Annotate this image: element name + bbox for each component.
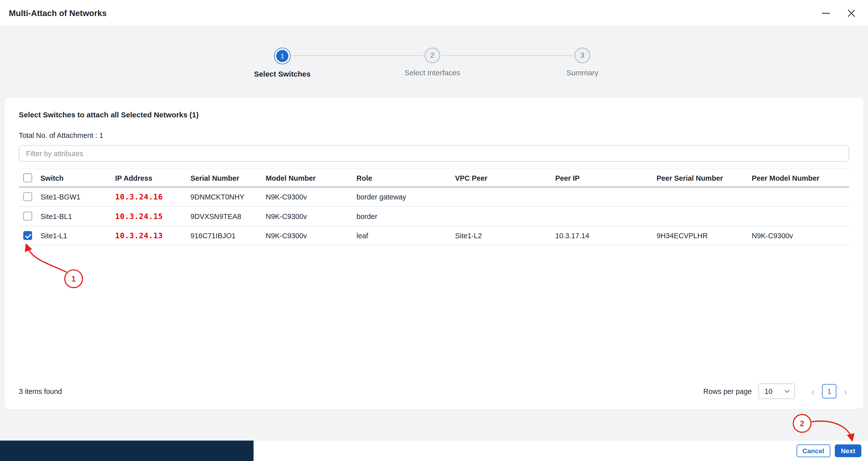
step-select-switches: 1 Select Switches — [227, 48, 338, 78]
annotation-circle-1: 1 — [64, 269, 83, 288]
total-attachment-label: Total No. of Attachment : 1 — [19, 132, 849, 140]
close-icon[interactable] — [846, 7, 857, 19]
select-all-checkbox[interactable] — [23, 173, 32, 182]
page-title: Multi-Attach of Networks — [9, 8, 106, 18]
cell-switch: Site1-BGW1 — [40, 193, 115, 201]
multi-attach-modal: Multi-Attach of Networks 1 Select Switch… — [0, 0, 868, 461]
cell-role: border gateway — [356, 193, 455, 201]
col-serial[interactable]: Serial Number — [190, 174, 266, 182]
cancel-button[interactable]: Cancel — [797, 444, 831, 457]
cell-serial: 9DNMCKT0NHY — [190, 193, 266, 201]
items-found-label: 3 items found — [19, 387, 62, 396]
page-1-button[interactable]: 1 — [822, 384, 837, 399]
table-row-site1-bgw1[interactable]: Site1-BGW1 10.3.24.16 9DNMCKT0NHY N9K-C9… — [19, 187, 849, 207]
panel-heading: Select Switches to attach all Selected N… — [19, 111, 849, 119]
step-summary: 3 Summary — [527, 48, 638, 77]
next-button[interactable]: Next — [835, 444, 861, 457]
wizard-stepper: 1 Select Switches 2 Select Interfaces 3 … — [0, 27, 868, 97]
step-1-label: Select Switches — [227, 70, 338, 78]
col-switch[interactable]: Switch — [40, 174, 115, 182]
cell-role: border — [356, 212, 455, 220]
cell-peer-model: N9K-C9300v — [752, 231, 849, 239]
rows-per-page-label: Rows per page — [703, 387, 752, 396]
col-model[interactable]: Model Number — [266, 174, 356, 182]
select-switches-panel: Select Switches to attach all Selected N… — [4, 97, 864, 409]
select-all-cell — [19, 173, 40, 182]
row-checkbox-checked[interactable] — [23, 231, 32, 240]
cell-ip: 10.3.24.13 — [115, 231, 190, 240]
cell-peer-ip: 10.3.17.14 — [555, 231, 656, 239]
annotation-circle-2: 2 — [793, 414, 811, 433]
cell-serial: 9DVXSN9TEA8 — [190, 212, 266, 220]
table-footer: 3 items found Rows per page 10 ‹ 1 › — [19, 383, 849, 399]
col-role[interactable]: Role — [356, 174, 455, 182]
next-page-icon[interactable]: › — [842, 386, 849, 396]
table-row-site1-l1[interactable]: Site1-L1 10.3.24.13 916C71IBJO1 N9K-C930… — [19, 226, 849, 246]
filter-input[interactable] — [19, 145, 849, 162]
rows-per-page-select[interactable]: 10 — [758, 383, 795, 399]
pagination: Rows per page 10 ‹ 1 › — [703, 383, 849, 399]
cell-switch: Site1-L1 — [40, 231, 115, 239]
title-bar: Multi-Attach of Networks — [0, 0, 868, 27]
row-checkbox[interactable] — [23, 192, 32, 201]
cell-peer-serial: 9H34ECVPLHR — [656, 231, 752, 239]
cell-vpc-peer: Site1-L2 — [455, 231, 555, 239]
step-2-label: Select Interfaces — [377, 69, 488, 77]
cell-model: N9K-C9300v — [266, 193, 356, 201]
col-peer-serial[interactable]: Peer Serial Number — [656, 174, 752, 182]
cell-role: leaf — [356, 231, 455, 239]
cell-model: N9K-C9300v — [266, 212, 356, 220]
modal-footer: Cancel Next — [0, 440, 868, 461]
col-ip[interactable]: IP Address — [115, 174, 190, 182]
cell-model: N9K-C9300v — [266, 231, 356, 239]
step-3-label: Summary — [527, 69, 638, 77]
row-checkbox[interactable] — [23, 212, 32, 221]
col-vpc-peer[interactable]: VPC Peer — [455, 174, 555, 182]
minimize-icon[interactable] — [820, 7, 832, 19]
cell-ip: 10.3.24.16 — [115, 192, 190, 201]
cell-serial: 916C71IBJO1 — [190, 231, 266, 239]
switches-table: Switch IP Address Serial Number Model Nu… — [19, 168, 849, 246]
window-controls — [820, 7, 857, 19]
prev-page-icon[interactable]: ‹ — [809, 386, 816, 396]
step-1-circle[interactable]: 1 — [274, 48, 290, 64]
col-peer-model[interactable]: Peer Model Number — [752, 174, 849, 182]
underlying-footer-strip — [0, 440, 253, 461]
chevron-down-icon — [784, 390, 790, 393]
table-row-site1-bl1[interactable]: Site1-BL1 10.3.24.15 9DVXSN9TEA8 N9K-C93… — [19, 207, 849, 226]
cell-ip: 10.3.24.15 — [115, 212, 190, 221]
col-peer-ip[interactable]: Peer IP — [555, 174, 656, 182]
cell-switch: Site1-BL1 — [40, 212, 115, 220]
step-select-interfaces: 2 Select Interfaces — [377, 48, 488, 77]
step-3-circle[interactable]: 3 — [575, 48, 590, 63]
step-2-circle[interactable]: 2 — [425, 48, 440, 63]
table-header-row: Switch IP Address Serial Number Model Nu… — [19, 168, 849, 187]
